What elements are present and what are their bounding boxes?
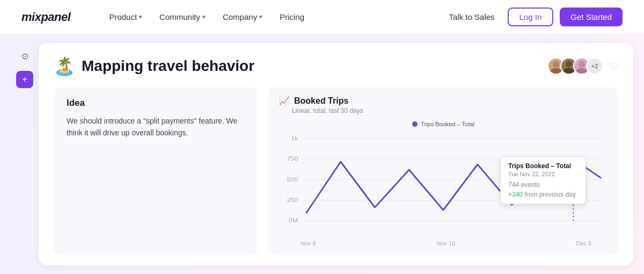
chevron-down-icon: ▾	[139, 13, 142, 20]
login-button[interactable]: Log In	[508, 8, 554, 26]
get-started-button[interactable]: Get Started	[560, 8, 623, 26]
chart-panel: 📈 Booked Trips Linear, total, last 30 da…	[268, 87, 618, 255]
chart-header: 📈 Booked Trips Linear, total, last 30 da…	[279, 96, 608, 114]
add-icon[interactable]: +	[16, 71, 33, 88]
main-card: 🏝️ Mapping travel behavior +2 ♡	[39, 43, 633, 265]
collaborator-avatars: +2	[547, 57, 603, 75]
chart-icon: 📈	[279, 96, 290, 106]
svg-text:750: 750	[287, 156, 298, 161]
svg-point-4	[579, 61, 585, 67]
chevron-down-icon: ▾	[259, 13, 262, 20]
nav-links: Product ▾ Community ▾ Company ▾ Pricing	[103, 9, 442, 25]
talk-to-sales-link[interactable]: Talk to Sales	[443, 9, 501, 25]
idea-text: We should introduce a "split payments" f…	[67, 115, 245, 139]
svg-point-0	[553, 61, 559, 67]
svg-point-2	[566, 61, 572, 67]
card-title: 🏝️ Mapping travel behavior	[54, 56, 254, 76]
nav-product[interactable]: Product ▾	[103, 9, 149, 25]
idea-label: Idea	[67, 98, 245, 109]
x-label-dec8: Dec 8	[576, 240, 591, 247]
chart-tooltip: Trips Booked – Total Tue Nov 22, 2022 74…	[500, 156, 586, 204]
tooltip-date: Tue Nov 22, 2022	[508, 171, 578, 177]
x-label-nov8: Nov 8	[301, 240, 316, 247]
svg-text:1k: 1k	[291, 135, 298, 141]
chart-x-labels: Nov 8 Nov 16 Dec 8	[279, 240, 608, 247]
chart-area: 1k 750 500 250 0M	[279, 129, 608, 239]
nav-community[interactable]: Community ▾	[153, 9, 212, 25]
favorite-heart-icon[interactable]: ♡	[609, 60, 618, 73]
sidebar: ⊙ +	[11, 43, 39, 265]
main-content: ⊙ + 🏝️ Mapping travel behavior	[0, 34, 644, 274]
navbar: mixpanel Product ▾ Community ▾ Company ▾…	[0, 0, 644, 34]
tooltip-change: +340 from previous day	[508, 191, 578, 198]
card-header: 🏝️ Mapping travel behavior +2 ♡	[54, 56, 618, 76]
chevron-down-icon: ▾	[202, 13, 206, 20]
legend-label: Trips Booked – Total	[421, 121, 474, 127]
tooltip-events: 744 events	[508, 181, 578, 189]
title-emoji: 🏝️	[54, 56, 75, 76]
svg-point-3	[564, 68, 575, 75]
card-body: Idea We should introduce a "split paymen…	[54, 87, 618, 255]
svg-text:500: 500	[287, 177, 298, 182]
idea-panel: Idea We should introduce a "split paymen…	[54, 87, 258, 255]
chart-subtitle: Linear, total, last 30 days	[292, 107, 608, 114]
chart-legend: Trips Booked – Total	[279, 121, 608, 127]
svg-point-5	[576, 68, 588, 75]
logo[interactable]: mixpanel	[21, 10, 70, 24]
nav-actions: Talk to Sales Log In Get Started	[443, 8, 623, 26]
tooltip-title: Trips Booked – Total	[508, 162, 578, 170]
avatar-overflow-count: +2	[586, 57, 603, 75]
svg-text:250: 250	[287, 197, 298, 203]
card-header-right: +2 ♡	[547, 57, 618, 75]
legend-dot	[412, 121, 418, 127]
svg-text:0M: 0M	[289, 218, 298, 223]
nav-pricing[interactable]: Pricing	[273, 9, 311, 25]
clock-icon[interactable]: ⊙	[16, 47, 33, 64]
svg-point-1	[551, 68, 562, 75]
nav-company[interactable]: Company ▾	[216, 9, 269, 25]
chart-title: Booked Trips	[294, 96, 348, 106]
x-label-nov16: Nov 16	[437, 240, 456, 247]
